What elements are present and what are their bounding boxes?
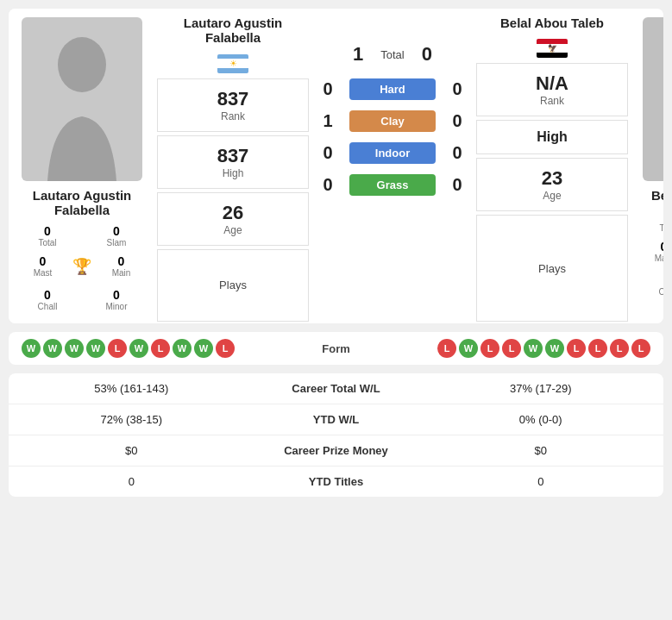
- form-badge-left-3: W: [86, 339, 105, 358]
- form-badge-right-3: L: [502, 339, 521, 358]
- form-badge-right-8: L: [610, 339, 629, 358]
- comparison-section: Lautaro Agustin Falabella 0 Total 0 Slam…: [9, 9, 663, 323]
- surface-row-indoor: 0 Indoor 0: [319, 142, 466, 164]
- form-badge-left-2: W: [65, 339, 84, 358]
- left-stat-main: 0 Main: [91, 251, 151, 281]
- hard-button: Hard: [349, 78, 436, 100]
- form-badges-right: LWLLWWLLLL: [388, 339, 651, 358]
- stats-right-1: 0% (0-0): [431, 413, 651, 426]
- form-badge-right-7: L: [588, 339, 607, 358]
- form-badge-right-6: L: [567, 339, 586, 358]
- left-plays-block: Plays: [157, 249, 309, 323]
- form-badge-left-4: L: [108, 339, 127, 358]
- right-stat-chall: 0 Chall: [634, 270, 663, 300]
- right-player-card: Belal Abou Taleb 0 Total 0 Slam 0 Mast 🏆: [630, 9, 663, 323]
- left-player-card: Lautaro Agustin Falabella 0 Total 0 Slam…: [9, 9, 155, 323]
- stats-label-0: Career Total W/L: [242, 382, 431, 395]
- left-age-block: 26 Age: [157, 192, 309, 246]
- surface-row-hard: 0 Hard 0: [319, 78, 466, 100]
- left-middle-stats: Lautaro Agustin Falabella ☀ 837 Rank 837…: [155, 9, 311, 323]
- form-badge-left-6: L: [151, 339, 170, 358]
- stats-row-1: 72% (38-15) YTD W/L 0% (0-0): [9, 404, 663, 435]
- left-chall-minor: 0 Chall 0 Minor: [13, 285, 151, 315]
- stats-label-2: Career Prize Money: [242, 444, 431, 457]
- form-badge-right-9: L: [631, 339, 650, 358]
- indoor-button: Indoor: [349, 142, 436, 164]
- stats-label-1: YTD W/L: [242, 413, 431, 426]
- form-badge-left-1: W: [43, 339, 62, 358]
- form-badge-left-9: L: [216, 339, 235, 358]
- right-player-stats: 0 Total 0 Slam: [634, 206, 663, 236]
- form-label: Form: [285, 342, 388, 355]
- left-player-avatar: [22, 17, 142, 181]
- right-middle-stats: Belal Abou Taleb 🦅 N/A Rank High 23 Age: [474, 9, 630, 323]
- form-badge-left-8: W: [194, 339, 213, 358]
- form-badge-right-5: W: [545, 339, 564, 358]
- surface-row-grass: 0 Grass 0: [319, 174, 466, 196]
- left-rank-block: 837 Rank: [157, 78, 309, 132]
- left-stat-mast-row: 0 Mast 🏆 0 Main: [13, 251, 151, 281]
- stats-right-3: 0: [431, 475, 651, 488]
- stats-label-3: YTD Titles: [242, 475, 431, 488]
- right-stat-mast-row: 0 Mast 🏆 0 Main: [634, 236, 663, 266]
- stats-left-3: 0: [22, 475, 242, 488]
- form-badge-right-1: W: [459, 339, 478, 358]
- stats-left-1: 72% (38-15): [22, 413, 242, 426]
- left-trophy-icon: 🏆: [72, 257, 91, 276]
- right-player-name-header: Belal Abou Taleb: [474, 9, 630, 32]
- stats-row-2: $0 Career Prize Money $0: [9, 435, 663, 467]
- left-stat-mast: 0 Mast: [13, 251, 72, 281]
- right-age-block: 23 Age: [476, 158, 628, 211]
- right-chall-minor: 0 Chall 0 Minor: [634, 270, 663, 300]
- right-rank-block: N/A Rank: [476, 63, 628, 116]
- surface-rows: 0 Hard 0 1 Clay 0 0 Indoor 0 0 Grass: [319, 78, 466, 196]
- clay-button: Clay: [349, 110, 436, 132]
- left-stat-total: 0 Total: [13, 221, 82, 251]
- form-badge-left-5: W: [129, 339, 148, 358]
- stats-row-3: 0 YTD Titles 0: [9, 467, 663, 497]
- form-badges-left: WWWWLWLWWL: [22, 339, 285, 358]
- argentina-flag: ☀: [217, 54, 248, 73]
- main-container: Lautaro Agustin Falabella 0 Total 0 Slam…: [0, 0, 672, 505]
- grass-button: Grass: [349, 174, 436, 196]
- form-badge-right-0: L: [437, 339, 456, 358]
- form-badge-right-2: L: [480, 339, 499, 358]
- total-row: 1 Total 0: [353, 43, 432, 66]
- center-col: 1 Total 0 0 Hard 0 1 Clay 0 0 Indoor: [311, 9, 474, 323]
- stats-table: 53% (161-143) Career Total W/L 37% (17-2…: [9, 373, 663, 497]
- left-player-name: Lautaro Agustin Falabella: [13, 181, 151, 217]
- stats-left-0: 53% (161-143): [22, 382, 242, 395]
- left-player-name-header: Lautaro Agustin Falabella: [155, 9, 311, 47]
- right-high-block: High: [476, 120, 628, 154]
- right-plays-block: Plays: [476, 215, 628, 322]
- left-stat-chall: 0 Chall: [13, 285, 82, 315]
- form-badge-left-0: W: [22, 339, 41, 358]
- right-player-avatar: [643, 17, 663, 181]
- stats-left-2: $0: [22, 444, 242, 457]
- left-player-stats: 0 Total 0 Slam: [13, 221, 151, 251]
- stats-right-2: $0: [431, 444, 651, 457]
- form-badge-right-4: W: [524, 339, 543, 358]
- left-flag: ☀: [155, 47, 311, 73]
- egypt-flag: 🦅: [537, 39, 568, 58]
- left-stat-slam: 0 Slam: [82, 221, 151, 251]
- right-flag: 🦅: [474, 32, 630, 58]
- right-stat-mast: 0 Mast: [634, 236, 663, 266]
- stats-right-0: 37% (17-29): [431, 382, 651, 395]
- form-row: WWWWLWLWWL Form LWLLWWLLLL: [9, 332, 663, 365]
- right-stat-total: 0 Total: [634, 206, 663, 236]
- surface-row-clay: 1 Clay 0: [319, 110, 466, 132]
- stats-row-0: 53% (161-143) Career Total W/L 37% (17-2…: [9, 373, 663, 404]
- left-stat-minor: 0 Minor: [82, 285, 151, 315]
- form-section: WWWWLWLWWL Form LWLLWWLLLL: [9, 332, 663, 365]
- right-player-name: Belal Abou Taleb: [647, 181, 663, 203]
- svg-point-0: [58, 37, 106, 92]
- left-high-block: 837 High: [157, 135, 309, 189]
- form-badge-left-7: W: [173, 339, 192, 358]
